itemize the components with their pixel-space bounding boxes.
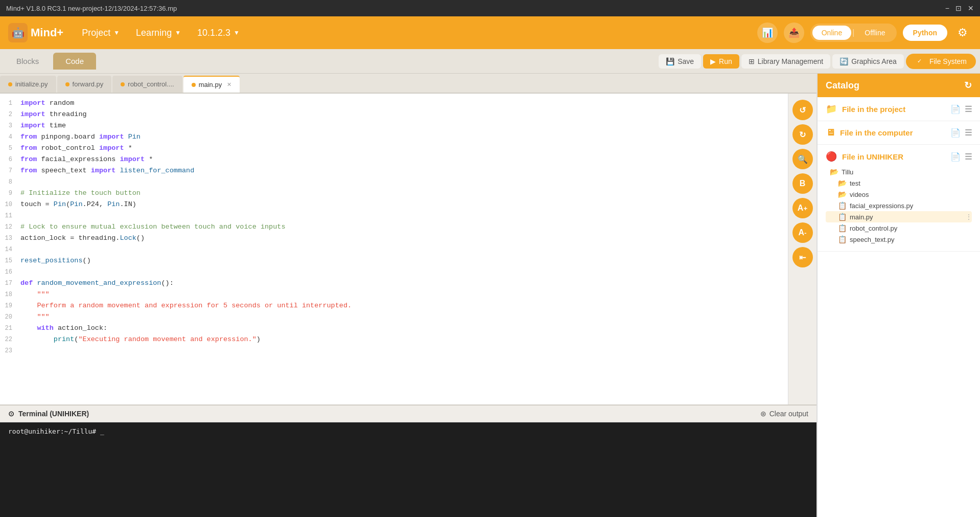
section-file-in-computer: 🖥 File in the computer 📄 ☰ — [818, 121, 980, 145]
terminal-area: ⊙ Terminal (UNIHIKER) ⊛ Clear output roo… — [0, 404, 816, 517]
file-icon: 📋 — [838, 201, 847, 210]
filesystem-check-icon: ✓ — [915, 57, 924, 66]
format-btn[interactable]: ⇤ — [792, 247, 813, 267]
mode-toggle: Online | Offline — [810, 24, 897, 42]
file-tree-unihiker: 📂 Tillu 📂 test 📂 videos 📋 facial_express… — [826, 166, 972, 245]
file-in-unihiker-title[interactable]: 🔴 File in UNIHIKER 📄 ☰ — [826, 151, 972, 162]
logo-text: Mind+ — [31, 26, 63, 39]
more-options-unihiker-icon[interactable]: ☰ — [965, 152, 972, 162]
save-icon: 💾 — [666, 57, 674, 65]
tree-folder-tillu[interactable]: 📂 Tillu — [826, 166, 972, 177]
tree-folder-test[interactable]: 📂 test — [826, 177, 972, 189]
tab-dot-main — [192, 83, 196, 87]
code-line-4: 4from pinpong.board import Pin — [0, 131, 788, 143]
catalog-refresh-btn[interactable]: ↻ — [964, 80, 972, 91]
folder-icon: 📂 — [838, 179, 847, 187]
file-more-icon[interactable]: ⋮ — [966, 213, 972, 220]
add-file-computer-icon[interactable]: 📄 — [950, 128, 961, 138]
tree-file-facial-expressions[interactable]: 📋 facial_expressions.py — [826, 200, 972, 211]
terminal-header: ⊙ Terminal (UNIHIKER) ⊛ Clear output — [0, 406, 816, 422]
terminal-body[interactable]: root@unihiker:~/Tillu# _ — [0, 422, 816, 512]
tree-folder-videos[interactable]: 📂 videos — [826, 189, 972, 200]
code-line-11: 11 — [0, 210, 788, 221]
graphics-icon: 🔄 — [839, 57, 848, 65]
code-line-5: 5from robot_control import * — [0, 143, 788, 154]
file-in-computer-title[interactable]: 🖥 File in the computer 📄 ☰ — [826, 127, 972, 138]
redo-btn[interactable]: ↻ — [792, 124, 813, 145]
tab-initialize[interactable]: initialize.py — [0, 76, 56, 93]
code-line-7: 7from speech_text import listen_for_comm… — [0, 165, 788, 176]
learning-chevron-icon: ▼ — [175, 29, 181, 36]
clear-output-btn[interactable]: ⊛ Clear output — [760, 410, 808, 418]
add-file-unihiker-icon[interactable]: 📄 — [950, 152, 961, 162]
code-wrapper: 1import random 2import threading 3import… — [0, 94, 816, 404]
code-line-19: 19 Perform a random movement and express… — [0, 300, 788, 311]
more-options-computer-icon[interactable]: ☰ — [965, 128, 972, 138]
monitor-icon-btn[interactable]: 📊 — [757, 23, 778, 43]
code-line-2: 2import threading — [0, 109, 788, 120]
file-in-project-title[interactable]: 📁 File in the project 📄 ☰ — [826, 103, 972, 115]
filesystem-action[interactable]: ✓ File System — [906, 54, 976, 69]
tab-close-icon[interactable]: ✕ — [227, 81, 231, 88]
more-options-project-icon[interactable]: ☰ — [965, 104, 972, 114]
nav-right: 📊 📤 Online | Offline Python ⚙ — [757, 23, 972, 43]
code-line-20: 20 """ — [0, 311, 788, 323]
search-btn[interactable]: 🔍 — [792, 149, 813, 169]
library-icon: ⊞ — [749, 57, 755, 65]
undo-btn[interactable]: ↺ — [792, 100, 813, 120]
project-menu[interactable]: Project ▼ — [74, 28, 128, 38]
tab-dot-forward — [65, 82, 69, 86]
code-line-3: 3import time — [0, 120, 788, 131]
title-bar: Mind+ V1.8.0 RC3.1 new-project-12/13/202… — [0, 0, 980, 16]
code-line-12: 12# Lock to ensure mutual exclusion betw… — [0, 221, 788, 233]
code-line-1: 1import random — [0, 98, 788, 109]
tab-forward[interactable]: forward.py — [57, 76, 112, 93]
maximize-btn[interactable]: ⊡ — [955, 4, 962, 12]
code-line-6: 6from facial_expressions import * — [0, 154, 788, 165]
code-line-10: 10touch = Pin(Pin.P24, Pin.IN) — [0, 199, 788, 210]
folder-icon: 📂 — [838, 190, 847, 198]
section-file-in-unihiker: 🔴 File in UNIHIKER 📄 ☰ 📂 Tillu 📂 test 📂 — [818, 145, 980, 252]
terminal-title: ⊙ Terminal (UNIHIKER) — [8, 410, 89, 418]
online-btn[interactable]: Online — [812, 26, 851, 40]
close-btn[interactable]: ✕ — [968, 4, 974, 12]
settings-icon-btn[interactable]: ⚙ — [953, 26, 972, 39]
project-chevron-icon: ▼ — [113, 29, 120, 36]
folder-project-icon: 📁 — [826, 103, 837, 115]
tab-dot-initialize — [8, 82, 12, 86]
code-line-8: 8 — [0, 176, 788, 188]
code-tab[interactable]: Code — [53, 53, 96, 70]
minimize-btn[interactable]: − — [945, 4, 949, 12]
graphics-action[interactable]: 🔄 Graphics Area — [832, 54, 904, 69]
section-file-in-project: 📁 File in the project 📄 ☰ — [818, 97, 980, 121]
file-icon: 📋 — [838, 224, 847, 232]
code-line-13: 13action_lock = threading.Lock() — [0, 233, 788, 244]
library-action[interactable]: ⊞ Library Management — [741, 54, 830, 69]
code-line-9: 9# Initialize the touch button — [0, 188, 788, 199]
toolbar: Blocks Code 💾 Save ▶ Run ⊞ Library Manag… — [0, 49, 980, 74]
offline-btn[interactable]: Offline — [855, 26, 894, 40]
save-action[interactable]: 💾 Save — [659, 54, 701, 69]
font-increase-btn[interactable]: A+ — [792, 198, 813, 218]
code-editor[interactable]: 1import random 2import threading 3import… — [0, 94, 788, 404]
mode-separator: | — [851, 28, 855, 37]
learning-menu[interactable]: Learning ▼ — [128, 28, 189, 38]
add-file-project-icon[interactable]: 📄 — [950, 104, 961, 114]
tree-file-main[interactable]: 📋 main.py ⋮ — [826, 211, 972, 222]
code-tools: ↺ ↻ 🔍 B A+ A- ⇤ — [788, 94, 816, 404]
bold-btn[interactable]: B — [792, 173, 813, 194]
version-chevron-icon: ▼ — [234, 29, 240, 36]
tab-robot-control[interactable]: robot_control.... — [112, 76, 182, 93]
blocks-tab[interactable]: Blocks — [4, 53, 51, 70]
run-action[interactable]: ▶ Run — [703, 54, 739, 69]
version-menu[interactable]: 10.1.2.3 ▼ — [189, 28, 248, 38]
tab-main[interactable]: main.py ✕ — [183, 76, 240, 93]
python-btn[interactable]: Python — [903, 25, 947, 41]
tab-dot-robot — [121, 82, 125, 86]
share-icon-btn[interactable]: 📤 — [784, 23, 804, 43]
font-decrease-btn[interactable]: A- — [792, 222, 813, 243]
tree-file-speech-text[interactable]: 📋 speech_text.py — [826, 234, 972, 245]
terminal-icon: ⊙ — [8, 410, 14, 418]
tree-file-robot-control[interactable]: 📋 robot_control.py — [826, 222, 972, 234]
file-icon: 📋 — [838, 213, 847, 221]
